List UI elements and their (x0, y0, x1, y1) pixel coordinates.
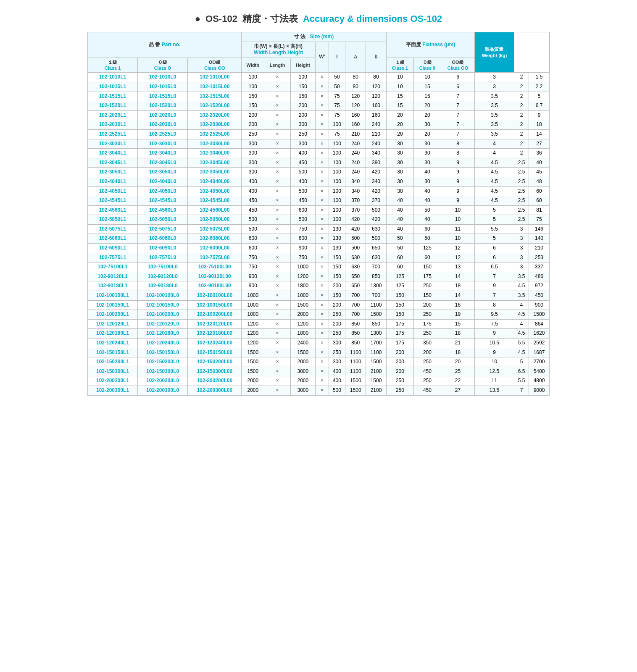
cell-f00: 2.5 (514, 158, 529, 168)
cell-f0: 3.5 (475, 92, 514, 101)
cell-class00: 102-120120L00 (188, 319, 242, 329)
cell-height: 200 (329, 300, 345, 310)
cell-wp: 370 (345, 205, 366, 215)
cell-class1: 102-3040L1 (88, 149, 138, 158)
cell-x1: × (264, 300, 290, 310)
cell-x2: × (315, 281, 329, 291)
cell-height: 100 (329, 186, 345, 196)
cell-x2: × (315, 310, 329, 320)
cell-x2: × (315, 196, 329, 206)
cell-height: 75 (329, 110, 345, 120)
cell-lp: 160 (366, 110, 387, 120)
cell-x1: × (264, 224, 290, 234)
cell-x1: × (264, 215, 290, 225)
cell-class0: 102-4050L0 (138, 186, 188, 196)
cell-lp: 1700 (366, 339, 387, 348)
cell-f00: 2 (514, 101, 529, 111)
cell-wp: 210 (345, 129, 366, 139)
cell-wp: 650 (345, 281, 366, 291)
cell-length: 1500 (290, 348, 315, 357)
cell-lp: 1500 (366, 310, 387, 320)
cell-weight: 45 (529, 168, 550, 177)
cell-a: 20 (386, 129, 413, 139)
cell-x1: × (264, 177, 290, 186)
header-class1: １級 Class 1 (88, 58, 138, 73)
cell-class0: 102-100100L0 (138, 291, 188, 301)
cell-class1: 102-4545L1 (88, 196, 138, 206)
cell-x2: × (315, 253, 329, 262)
cell-height: 200 (329, 281, 345, 291)
cell-lp: 340 (366, 149, 387, 158)
cell-wp: 80 (345, 82, 366, 92)
cell-class00: 102-1515L00 (188, 92, 242, 101)
cell-class00: 102-2030L00 (188, 120, 242, 130)
cell-f1: 11 (441, 224, 474, 234)
cell-weight: 486 (529, 272, 550, 281)
cell-f0: 5 (475, 205, 514, 215)
cell-f0: 4 (475, 149, 514, 158)
cell-x2: × (315, 300, 329, 310)
cell-class0: 102-100200L0 (138, 310, 188, 320)
table-row: 102-1015L1 102-1015L0 102-1015L00 100 × … (88, 82, 550, 92)
cell-lp: 2100 (366, 367, 387, 376)
cell-weight: 140 (529, 234, 550, 244)
header-lp: l (329, 42, 345, 73)
cell-b: 250 (413, 329, 441, 339)
cell-weight: 9000 (529, 386, 550, 395)
cell-class1: 102-150300L1 (88, 367, 138, 376)
main-table: 品 番 Part no. 寸 法 Size (mm) 平面度 Flatness … (87, 32, 550, 396)
cell-a: 200 (386, 357, 413, 367)
cell-lp: 850 (366, 272, 387, 281)
table-row: 102-5075L1 102-5075L0 102-5075L00 500 × … (88, 224, 550, 234)
cell-class1: 102-3045L1 (88, 158, 138, 168)
cell-length: 1000 (290, 291, 315, 301)
cell-wp: 500 (345, 234, 366, 244)
cell-f00: 2 (514, 129, 529, 139)
table-row: 102-100200L1 102-100200L0 102-100200L00 … (88, 310, 550, 320)
cell-length: 750 (290, 224, 315, 234)
cell-width: 2000 (242, 386, 264, 395)
cell-class1: 102-200300L1 (88, 386, 138, 395)
cell-class00: 102-3030L00 (188, 139, 242, 149)
cell-length: 750 (290, 253, 315, 262)
cell-wp: 420 (345, 215, 366, 225)
cell-width: 1500 (242, 367, 264, 376)
cell-lp: 160 (366, 101, 387, 111)
cell-b: 450 (413, 367, 441, 376)
cell-a: 60 (386, 262, 413, 272)
cell-class0: 102-150200L0 (138, 357, 188, 367)
cell-b: 250 (413, 357, 441, 367)
cell-x1: × (264, 310, 290, 320)
cell-lp: 420 (366, 186, 387, 196)
cell-class00: 102-1010L00 (188, 73, 242, 82)
cell-a: 30 (386, 186, 413, 196)
cell-lp: 240 (366, 139, 387, 149)
cell-f0: 3 (475, 82, 514, 92)
header-width-val: Width (242, 58, 264, 73)
cell-height: 100 (329, 158, 345, 168)
cell-class1: 102-4050L1 (88, 186, 138, 196)
cell-f0: 6 (475, 244, 514, 253)
cell-class1: 102-5050L1 (88, 215, 138, 225)
cell-height: 250 (329, 310, 345, 320)
cell-weight: 972 (529, 281, 550, 291)
cell-x2: × (315, 101, 329, 111)
cell-a: 60 (386, 253, 413, 262)
cell-length: 200 (290, 101, 315, 111)
cell-class1: 102-4040L1 (88, 177, 138, 186)
cell-height: 75 (329, 92, 345, 101)
cell-lp: 850 (366, 319, 387, 329)
cell-weight: 60 (529, 186, 550, 196)
cell-x1: × (264, 120, 290, 130)
cell-f00: 7 (514, 386, 529, 395)
cell-a: 150 (386, 310, 413, 320)
table-row: 102-90120L1 102-90120L0 102-90120L00 900… (88, 272, 550, 281)
cell-height: 130 (329, 244, 345, 253)
cell-f00: 4.5 (514, 310, 529, 320)
cell-x2: × (315, 139, 329, 149)
cell-class00: 102-3040L00 (188, 149, 242, 158)
title-jp: 精度・寸法表 (242, 13, 298, 25)
cell-class0: 102-100150L0 (138, 300, 188, 310)
cell-class0: 102-7575L0 (138, 253, 188, 262)
table-row: 102-1515L1 102-1515L0 102-1515L00 150 × … (88, 92, 550, 101)
